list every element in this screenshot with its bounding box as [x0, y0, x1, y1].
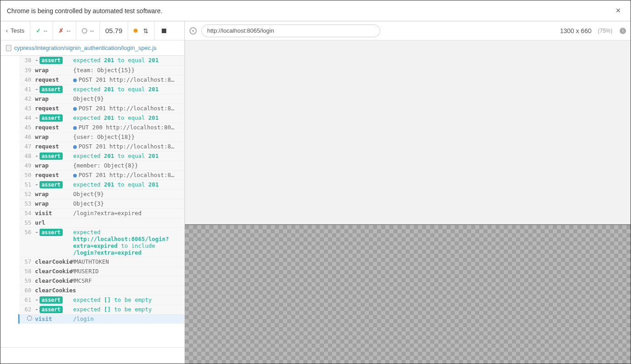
command-log-panel: ‹ Tests ✓ -- ✗ -- -- 05.79 ⇅: [0, 21, 185, 364]
command-message: expected [] to be empty: [73, 296, 181, 303]
selector-playground-icon[interactable]: [189, 27, 197, 34]
command-name: -assert: [35, 114, 73, 121]
status-indicator: ⇅: [128, 21, 154, 40]
command-name: wrap: [35, 200, 73, 207]
command-name: -assert: [35, 296, 73, 303]
log-row[interactable]: 54visit/login?extra=expired: [20, 208, 184, 218]
log-row[interactable]: 43requestPOST 201 http://localhost:8…: [20, 103, 184, 113]
log-row[interactable]: 51-assertexpected 201 to equal 201: [20, 180, 184, 189]
command-name: visit: [35, 210, 73, 216]
row-number: 51: [20, 181, 31, 188]
row-number: 41: [20, 86, 31, 93]
sort-icon: ⇅: [143, 27, 149, 34]
pass-count: ✓ --: [30, 21, 54, 40]
row-number: 61: [20, 296, 31, 303]
log-row[interactable]: 53wrapObject{3}: [20, 199, 184, 208]
iframe-viewport[interactable]: [185, 40, 631, 224]
chevron-left-icon: ‹: [6, 27, 8, 34]
log-row[interactable]: 58clearCookieMMUSERID: [20, 266, 184, 276]
row-number: 43: [20, 105, 31, 112]
log-row[interactable]: 47requestPOST 201 http://localhost:8…: [20, 142, 184, 151]
row-number: 38: [20, 57, 31, 64]
command-message: expected 201 to equal 201: [73, 181, 181, 188]
tests-label: Tests: [10, 27, 24, 34]
url-input[interactable]: [201, 25, 380, 37]
toolbar: ‹ Tests ✓ -- ✗ -- -- 05.79 ⇅: [0, 21, 184, 40]
row-number: 53: [20, 200, 31, 207]
command-name: request: [35, 124, 73, 131]
stop-button[interactable]: [154, 21, 174, 40]
log-row[interactable]: 39wrap{team: Object{15}}: [20, 65, 184, 75]
log-row[interactable]: 59clearCookieMMCSRF: [20, 276, 184, 285]
automation-banner: Chrome is being controlled by automated …: [0, 0, 631, 21]
tests-back-button[interactable]: ‹ Tests: [0, 21, 30, 40]
row-number: 57: [20, 258, 31, 265]
dot-icon: [134, 29, 138, 33]
command-message: POST 201 http://localhost:8…: [73, 143, 181, 150]
command-name: clearCookie: [35, 258, 71, 265]
command-message: expectedhttp://localhost:8065/login?extr…: [73, 229, 181, 256]
spec-path: cypress/integration/signin_authenticatio…: [14, 44, 157, 51]
command-name: -assert: [35, 181, 73, 188]
row-number: 45: [20, 124, 31, 131]
log-row[interactable]: 42wrapObject{9}: [20, 94, 184, 103]
command-name: request: [35, 76, 73, 83]
info-icon[interactable]: i: [620, 28, 626, 34]
row-number: 46: [20, 133, 31, 140]
log-row[interactable]: 40requestPOST 201 http://localhost:8…: [20, 75, 184, 84]
command-name: wrap: [35, 67, 73, 74]
close-icon[interactable]: ×: [612, 4, 624, 17]
log-row[interactable]: 48-assertexpected 201 to equal 201: [20, 151, 184, 161]
log-row[interactable]: 45requestPUT 200 http://localhost:80…: [20, 123, 184, 132]
row-number: 62: [20, 306, 31, 313]
command-name: wrap: [35, 133, 73, 140]
row-number: 58: [20, 268, 31, 275]
log-row[interactable]: 41-assertexpected 201 to equal 201: [20, 84, 184, 94]
log-row[interactable]: 55url: [20, 218, 184, 227]
command-message: expected [] to be empty: [73, 306, 181, 313]
log-row[interactable]: 52wrapObject{9}: [20, 189, 184, 199]
log-row[interactable]: 61-assertexpected [] to be empty: [20, 295, 184, 305]
command-log[interactable]: 38-assertexpected 201 to equal 20139wrap…: [0, 56, 184, 347]
command-message: MMAUTHTOKEN: [71, 258, 181, 265]
row-number: 49: [20, 162, 31, 169]
banner-text: Chrome is being controlled by automated …: [7, 7, 162, 15]
command-message: MMUSERID: [71, 268, 181, 275]
command-message: expected 201 to equal 201: [73, 57, 181, 64]
log-row[interactable]: 57clearCookieMMAUTHTOKEN: [20, 257, 184, 266]
command-name: wrap: [35, 162, 73, 169]
command-name: request: [35, 105, 73, 112]
log-row[interactable]: 49wrap{member: Object{8}}: [20, 161, 184, 170]
log-row[interactable]: 50requestPOST 201 http://localhost:8…: [20, 170, 184, 180]
command-name: clearCookie: [35, 268, 71, 275]
row-number: 42: [20, 95, 31, 102]
command-message: Object{9}: [73, 191, 181, 197]
command-name: request: [35, 143, 73, 150]
log-row[interactable]: 56-assertexpectedhttp://localhost:8065/l…: [20, 227, 184, 257]
spec-bar[interactable]: cypress/integration/signin_authenticatio…: [0, 40, 184, 56]
log-row[interactable]: 62-assertexpected [] to be empty: [20, 305, 184, 314]
log-row[interactable]: 44-assertexpected 201 to equal 201: [20, 113, 184, 123]
circle-icon: [82, 28, 87, 34]
timer: 05.79: [100, 21, 129, 40]
log-row[interactable]: 38-assertexpected 201 to equal 201: [20, 56, 184, 65]
row-number: 54: [20, 210, 31, 216]
file-icon: [6, 45, 11, 51]
pending-count: --: [76, 21, 100, 40]
command-name: -assert: [35, 229, 73, 236]
command-message: MMCSRF: [71, 277, 181, 284]
command-message: expected 201 to equal 201: [73, 114, 181, 121]
fail-count: ✗ --: [53, 21, 76, 40]
command-message: {team: Object{15}}: [73, 67, 181, 74]
command-message: {member: Object{8}}: [73, 162, 181, 169]
check-icon: ✓: [36, 27, 41, 34]
log-row[interactable]: 60clearCookies: [20, 285, 184, 295]
command-message: Object{9}: [73, 95, 181, 102]
log-row[interactable]: 46wrap{user: Object{18}}: [20, 132, 184, 142]
command-message: /login: [73, 315, 181, 322]
command-message: {user: Object{18}}: [73, 133, 181, 140]
row-number: 60: [20, 287, 31, 294]
log-row[interactable]: visit/login: [18, 314, 184, 324]
row-number: 56: [20, 229, 31, 236]
row-number: 50: [20, 172, 31, 178]
